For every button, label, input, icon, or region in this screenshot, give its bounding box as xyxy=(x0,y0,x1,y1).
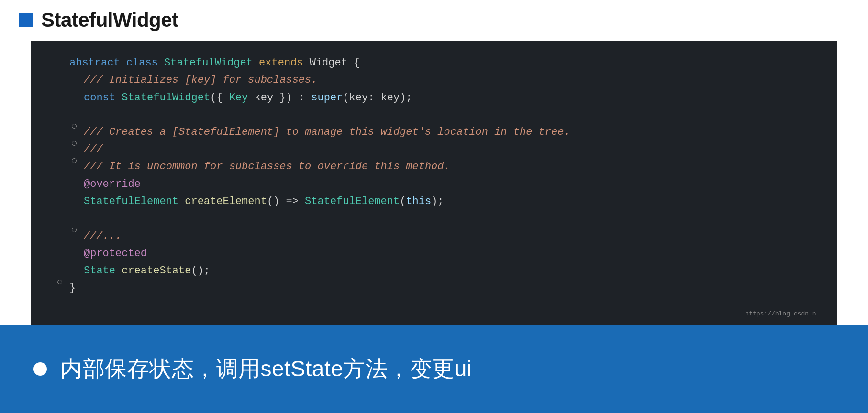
page-container: StatefulWidget abstract class StatefulWi… xyxy=(0,0,868,413)
url-watermark: https://blog.csdn.n... xyxy=(745,309,827,319)
code-line-5: /// xyxy=(55,141,818,158)
code-line-2: /// Initializes [key] for subclasses. xyxy=(55,72,818,89)
stateful-widget-icon xyxy=(19,13,33,27)
code-line-11: State createState(); xyxy=(55,262,818,280)
code-text-2: /// Initializes [key] for subclasses. xyxy=(84,72,818,89)
code-text-1: abstract class StatefulWidget extends Wi… xyxy=(69,54,818,72)
code-text-5: /// xyxy=(84,141,818,158)
gutter-12 xyxy=(55,280,65,284)
code-text-12: } xyxy=(69,280,818,297)
code-text-4: /// Creates a [StatefulElement] to manag… xyxy=(84,124,818,141)
code-block: abstract class StatefulWidget extends Wi… xyxy=(31,41,837,325)
code-line-empty-1 xyxy=(55,107,818,124)
code-text-3: const StatefulWidget({ Key key }) : supe… xyxy=(84,89,818,107)
code-line-1: abstract class StatefulWidget extends Wi… xyxy=(55,54,818,72)
code-text-10: @protected xyxy=(84,245,818,262)
code-line-10: @protected xyxy=(55,245,818,262)
code-text-7: @override xyxy=(84,176,818,193)
gutter-9 xyxy=(69,228,79,232)
code-text-9: ///... xyxy=(84,228,818,245)
gutter-6 xyxy=(69,158,79,163)
code-line-12: } xyxy=(55,280,818,297)
bottom-text: 内部保存状态，调用setState方法，变更ui xyxy=(60,354,472,384)
code-text-11: State createState(); xyxy=(84,262,818,280)
code-line-8: StatefulElement createElement() => State… xyxy=(55,193,818,210)
code-line-empty-2 xyxy=(55,210,818,228)
page-title: StatefulWidget xyxy=(41,9,178,32)
bullet-icon xyxy=(33,362,47,376)
code-line-4: /// Creates a [StatefulElement] to manag… xyxy=(55,124,818,141)
code-line-3: const StatefulWidget({ Key key }) : supe… xyxy=(55,89,818,107)
code-line-6: /// It is uncommon for subclasses to ove… xyxy=(55,158,818,175)
bottom-bar: 内部保存状态，调用setState方法，变更ui xyxy=(0,325,868,413)
code-text-8: StatefulElement createElement() => State… xyxy=(84,193,818,210)
header: StatefulWidget xyxy=(0,0,868,41)
code-line-9: ///... xyxy=(55,228,818,245)
code-line-7: @override xyxy=(55,176,818,193)
gutter-5 xyxy=(69,141,79,146)
gutter-4 xyxy=(69,124,79,129)
code-text-6: /// It is uncommon for subclasses to ove… xyxy=(84,158,818,175)
